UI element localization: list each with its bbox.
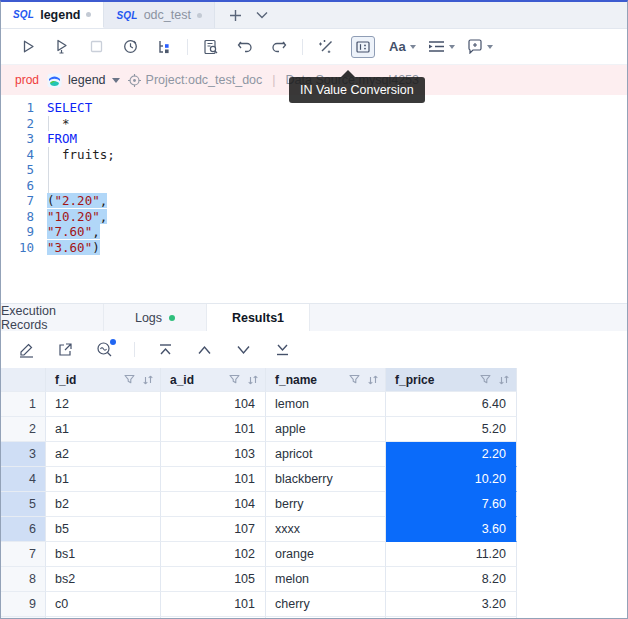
edit-icon[interactable] <box>17 341 35 359</box>
results-tab-bar: Execution RecordsLogsResults1 <box>1 303 627 331</box>
cell-f_id[interactable]: a2 <box>46 442 161 467</box>
format-wand-icon[interactable] <box>313 35 339 59</box>
cell-f_name[interactable]: lemon <box>266 392 386 417</box>
cell-a_id[interactable]: 102 <box>161 542 266 567</box>
row-number-cell[interactable]: 2 <box>1 417 46 442</box>
next-row-icon[interactable] <box>234 341 252 359</box>
cell-f_price[interactable]: 3.20 <box>386 592 517 617</box>
cell-a_id[interactable]: 107 <box>161 517 266 542</box>
cell-f_price[interactable]: 10.20 <box>386 467 517 492</box>
row-number-cell[interactable]: 9 <box>1 592 46 617</box>
cell-f_price[interactable]: 11.20 <box>386 542 517 567</box>
cell-f_id[interactable]: b1 <box>46 467 161 492</box>
case-conversion-dropdown[interactable]: Aa <box>389 39 416 54</box>
row-number-cell[interactable]: 3 <box>1 442 46 467</box>
cell-a_id[interactable]: 104 <box>161 492 266 517</box>
cell-f_name[interactable]: cherry <box>266 592 386 617</box>
cell-f_id[interactable]: b2 <box>46 492 161 517</box>
redo-icon[interactable] <box>266 35 292 59</box>
sort-icon[interactable] <box>142 374 154 386</box>
sql-editor[interactable]: 1SELECT2 *3FROM4 fruits;567("2.20",8"10.… <box>1 95 627 303</box>
header-row-number-cell[interactable] <box>1 368 46 392</box>
cell-f_price[interactable]: 3.60 <box>386 517 517 542</box>
cell-a_id[interactable]: 101 <box>161 467 266 492</box>
new-tab-button[interactable] <box>229 9 242 22</box>
filter-icon[interactable] <box>124 374 135 385</box>
row-number-cell[interactable]: 8 <box>1 567 46 592</box>
cell-a_id[interactable]: 101 <box>161 417 266 442</box>
row-number-cell[interactable]: 7 <box>1 542 46 567</box>
explain-plan-icon[interactable] <box>198 35 224 59</box>
row-number-cell[interactable]: 1 <box>1 392 46 417</box>
plan-analysis-icon[interactable] <box>95 341 113 359</box>
cell-f_price[interactable]: 7.60 <box>386 492 517 517</box>
run-icon[interactable] <box>15 35 41 59</box>
code-line: 10"3.60") <box>1 240 627 256</box>
execution-plan-tree-icon[interactable] <box>151 35 177 59</box>
cell-a_id[interactable]: 104 <box>161 392 266 417</box>
cell-f_id[interactable]: a1 <box>46 417 161 442</box>
cell-f_id[interactable]: 12 <box>46 392 161 417</box>
previous-row-icon[interactable] <box>195 341 213 359</box>
cell-f_price[interactable]: 2.20 <box>386 442 517 467</box>
stop-icon[interactable] <box>83 35 109 59</box>
run-current-statement-icon[interactable] <box>49 35 75 59</box>
filter-icon[interactable] <box>229 374 240 385</box>
code-token: ( <box>47 193 55 208</box>
cell-f_name[interactable]: xxxx <box>266 517 386 542</box>
sort-icon[interactable] <box>367 374 379 386</box>
code-line-content: ("2.20", <box>47 193 107 209</box>
cell-f_price[interactable]: 5.20 <box>386 417 517 442</box>
cell-f_name[interactable]: melon <box>266 567 386 592</box>
cell-f_name[interactable]: blackberry <box>266 467 386 492</box>
column-header-f_name[interactable]: f_name <box>266 368 386 392</box>
row-number-cell[interactable]: 4 <box>1 467 46 492</box>
results-tab-logs[interactable]: Logs <box>104 304 207 331</box>
connection-dropdown[interactable]: legend <box>47 73 120 88</box>
cell-f_id[interactable]: bs1 <box>46 542 161 567</box>
column-header-f_id[interactable]: f_id <box>46 368 161 392</box>
sort-icon[interactable] <box>247 374 259 386</box>
tab-list-dropdown-icon[interactable] <box>256 11 268 19</box>
cell-f_price[interactable]: 6.40 <box>386 392 517 417</box>
row-filler <box>517 492 627 517</box>
sort-icon[interactable] <box>498 374 510 386</box>
filter-icon[interactable] <box>480 374 491 385</box>
row-number-cell[interactable]: 6 <box>1 517 46 542</box>
scroll-to-top-icon[interactable] <box>156 341 174 359</box>
filter-icon[interactable] <box>349 374 360 385</box>
cell-f_id[interactable]: c0 <box>46 592 161 617</box>
cell-a_id[interactable]: 105 <box>161 567 266 592</box>
snippet-dropdown[interactable] <box>467 39 493 54</box>
table-row: 3a2103apricot2.20 <box>1 442 627 467</box>
text-selection: "3.60") <box>47 240 100 255</box>
cell-f_id[interactable]: b5 <box>46 517 161 542</box>
editor-tab-legend[interactable]: SQLlegend <box>1 2 104 28</box>
toolbar-divider <box>187 39 188 55</box>
results-tab-results1[interactable]: Results1 <box>207 304 310 331</box>
cell-f_name[interactable]: berry <box>266 492 386 517</box>
code-line: 8"10.20", <box>1 209 627 225</box>
cell-f_price[interactable]: 8.20 <box>386 567 517 592</box>
cell-a_id[interactable]: 101 <box>161 592 266 617</box>
cell-f_id[interactable]: bs2 <box>46 567 161 592</box>
indent-conversion-dropdown[interactable] <box>428 40 455 53</box>
table-header-row: f_ida_idf_namef_price <box>1 368 627 392</box>
column-header-label: f_price <box>395 373 480 387</box>
code-line: 5 <box>1 162 627 178</box>
results-tab-execution-records[interactable]: Execution Records <box>1 304 104 331</box>
export-icon[interactable] <box>56 341 74 359</box>
column-header-f_price[interactable]: f_price <box>386 368 517 392</box>
cell-a_id[interactable]: 103 <box>161 442 266 467</box>
in-value-conversion-icon[interactable] <box>351 36 375 58</box>
timer-icon[interactable] <box>117 35 143 59</box>
cell-f_name[interactable]: orange <box>266 542 386 567</box>
cell-f_name[interactable]: apricot <box>266 442 386 467</box>
caret-down-icon <box>487 45 493 49</box>
cell-f_name[interactable]: apple <box>266 417 386 442</box>
editor-tab-odc_test[interactable]: SQLodc_test <box>104 2 214 28</box>
row-number-cell[interactable]: 5 <box>1 492 46 517</box>
scroll-to-bottom-icon[interactable] <box>273 341 291 359</box>
undo-icon[interactable] <box>232 35 258 59</box>
column-header-a_id[interactable]: a_id <box>161 368 266 392</box>
